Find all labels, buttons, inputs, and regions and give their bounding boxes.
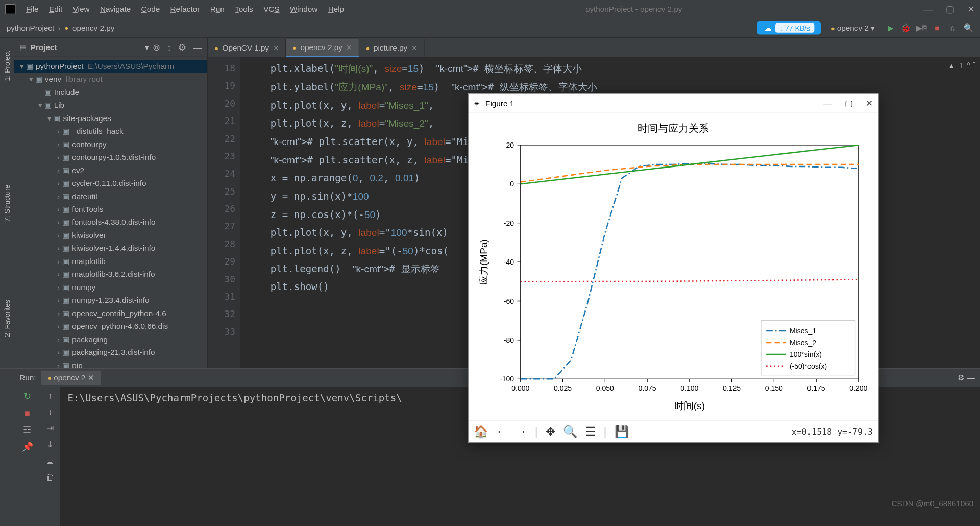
menu-tools[interactable]: Tools xyxy=(235,5,253,14)
close-tab-icon[interactable]: ✕ xyxy=(346,43,352,52)
matplotlib-window[interactable]: ✴ Figure 1 — ▢ ✕ 时间与应力关系0.0000.0250.0500… xyxy=(468,93,879,443)
tree-row[interactable]: ›▣_distutils_hack xyxy=(14,125,207,137)
trash-icon[interactable]: 🗑 xyxy=(46,472,55,482)
expand-icon[interactable]: ↕ xyxy=(167,42,172,52)
tab-picture[interactable]: ●picture.py✕ xyxy=(359,39,424,57)
zoom-icon[interactable]: 🔍 xyxy=(563,424,577,439)
tree-row[interactable]: ›▣matplotlib-3.6.2.dist-info xyxy=(14,268,207,281)
breadcrumb-file[interactable]: opencv 2.py xyxy=(72,23,114,32)
tree-row[interactable]: ›▣opencv_python-4.6.0.66.dis xyxy=(14,320,207,332)
stop-icon[interactable]: ■ xyxy=(24,408,30,418)
tab-opencv1[interactable]: ●OpenCV 1.py✕ xyxy=(208,39,286,57)
up-icon[interactable]: ↑ xyxy=(48,391,52,400)
close-tab-icon[interactable]: ✕ xyxy=(273,44,279,53)
menu-file[interactable]: File xyxy=(26,5,39,14)
tree-row[interactable]: ▣Include xyxy=(14,86,207,99)
sidebar-tab-favorites[interactable]: 2: Favorites xyxy=(3,300,11,337)
tree-row[interactable]: ›▣numpy-1.23.4.dist-info xyxy=(14,294,207,306)
title-bar: File Edit View Navigate Code Refactor Ru… xyxy=(0,0,980,18)
run-tab-active[interactable]: ● opencv 2 ✕ xyxy=(41,371,101,385)
pin-icon[interactable]: 📌 xyxy=(22,442,33,452)
wrap-icon[interactable]: ⇥ xyxy=(46,423,54,433)
forward-icon[interactable]: → xyxy=(516,425,527,439)
save-icon[interactable]: 💾 xyxy=(615,424,629,439)
git-icon[interactable]: ⎌ xyxy=(947,22,958,33)
cloud-icon: ☁ xyxy=(764,23,772,32)
svg-text:0.075: 0.075 xyxy=(639,384,656,392)
tree-row[interactable]: ›▣opencv_contrib_python-4.6 xyxy=(14,307,207,320)
download-speed-badge[interactable]: ☁ ↓ 77 KB/s xyxy=(757,21,821,34)
tree-row[interactable]: ▾▣pythonProject E:\Users\ASUS\Pycharm xyxy=(14,60,207,73)
menu-code[interactable]: Code xyxy=(141,5,160,14)
debug-icon[interactable]: 🐞 xyxy=(901,22,911,33)
gear-icon[interactable]: ⚙ xyxy=(178,42,187,52)
pan-icon[interactable]: ✥ xyxy=(546,424,555,439)
project-panel: ▤ Project ▾ ⊚ ↕ ⚙ — ▾▣pythonProject E:\U… xyxy=(14,38,208,368)
tree-row[interactable]: ›▣cv2 xyxy=(14,164,207,177)
tree-row[interactable]: ›▣cycler-0.11.0.dist-info xyxy=(14,177,207,189)
left-tool-strip: 1: Project 7: Structure 2: Favorites xyxy=(0,38,14,368)
rerun-icon[interactable]: ↻ xyxy=(23,391,31,401)
close-icon[interactable]: ✕ xyxy=(967,4,975,14)
tree-row[interactable]: ›▣fontTools xyxy=(14,203,207,216)
run-icon[interactable]: ▶ xyxy=(885,22,895,33)
svg-text:Mises_2: Mises_2 xyxy=(790,339,816,347)
close-icon[interactable]: ✕ xyxy=(866,98,873,108)
inspection-summary[interactable]: ▲ 1 ^ ˅ xyxy=(948,61,976,70)
maximize-icon[interactable]: ▢ xyxy=(946,4,954,14)
print-icon[interactable]: 🖶 xyxy=(46,456,55,466)
stop-icon[interactable]: ■ xyxy=(932,22,942,33)
menu-window[interactable]: Window xyxy=(290,5,317,14)
coverage-icon[interactable]: ▶⎘ xyxy=(916,22,926,33)
svg-text:0.125: 0.125 xyxy=(723,384,741,392)
maximize-icon[interactable]: ▢ xyxy=(845,98,852,108)
mpl-canvas[interactable]: 时间与应力关系0.0000.0250.0500.0750.1000.1250.1… xyxy=(469,113,878,420)
svg-text:-20: -20 xyxy=(504,219,514,227)
configure-icon[interactable]: ☰ xyxy=(585,424,596,439)
menu-run[interactable]: Run xyxy=(210,5,225,14)
minimize-icon[interactable]: — xyxy=(923,4,933,14)
layout-icon[interactable]: ☲ xyxy=(23,424,32,435)
tree-row[interactable]: ▾▣Lib xyxy=(14,99,207,112)
tree-row[interactable]: ›▣matplotlib xyxy=(14,255,207,268)
scroll-icon[interactable]: ⤓ xyxy=(46,440,54,449)
tree-row[interactable]: ›▣pip xyxy=(14,359,207,368)
menu-vcs[interactable]: VCS xyxy=(263,5,279,14)
menu-navigate[interactable]: Navigate xyxy=(100,5,131,14)
chevron-down-icon[interactable]: ▾ xyxy=(145,42,149,52)
search-icon[interactable]: 🔍 xyxy=(963,22,973,33)
tree-row[interactable]: ›▣fonttools-4.38.0.dist-info xyxy=(14,216,207,229)
menu-view[interactable]: View xyxy=(73,5,90,14)
locate-icon[interactable]: ⊚ xyxy=(153,42,160,52)
run-config-dropdown[interactable]: ● opencv 2 ▾ xyxy=(826,22,880,34)
gear-icon[interactable]: ⚙ — xyxy=(958,373,975,382)
sidebar-tab-structure[interactable]: 7: Structure xyxy=(3,185,11,222)
home-icon[interactable]: 🏠 xyxy=(474,424,488,439)
down-icon[interactable]: ↓ xyxy=(48,407,52,417)
back-icon[interactable]: ← xyxy=(496,425,507,439)
mpl-logo-icon: ✴ xyxy=(474,99,480,108)
menu-refactor[interactable]: Refactor xyxy=(170,5,200,14)
svg-text:(-50)*cos(x): (-50)*cos(x) xyxy=(790,362,827,370)
tree-row[interactable]: ▾▣site-packages xyxy=(14,112,207,125)
tab-opencv2[interactable]: ●opencv 2.py✕ xyxy=(286,39,359,57)
svg-text:0.025: 0.025 xyxy=(554,384,572,392)
breadcrumb-project[interactable]: pythonProject xyxy=(7,23,54,32)
tree-row[interactable]: ›▣numpy xyxy=(14,281,207,294)
close-tab-icon[interactable]: ✕ xyxy=(411,44,417,53)
tree-row[interactable]: ▾▣venv library root xyxy=(14,73,207,86)
mpl-title-bar[interactable]: ✴ Figure 1 — ▢ ✕ xyxy=(469,94,878,113)
project-tree[interactable]: ▾▣pythonProject E:\Users\ASUS\Pycharm▾▣v… xyxy=(14,57,207,368)
tree-row[interactable]: ›▣dateutil xyxy=(14,190,207,203)
tree-row[interactable]: ›▣contourpy xyxy=(14,138,207,151)
tree-row[interactable]: ›▣packaging-21.3.dist-info xyxy=(14,346,207,358)
tree-row[interactable]: ›▣kiwisolver-1.4.4.dist-info xyxy=(14,242,207,255)
sidebar-tab-project[interactable]: 1: Project xyxy=(3,51,11,81)
hide-icon[interactable]: — xyxy=(193,42,202,52)
menu-edit[interactable]: Edit xyxy=(49,5,62,14)
tree-row[interactable]: ›▣contourpy-1.0.5.dist-info xyxy=(14,151,207,163)
tree-row[interactable]: ›▣packaging xyxy=(14,333,207,346)
menu-help[interactable]: Help xyxy=(328,5,344,14)
minimize-icon[interactable]: — xyxy=(823,98,832,108)
tree-row[interactable]: ›▣kiwisolver xyxy=(14,229,207,242)
